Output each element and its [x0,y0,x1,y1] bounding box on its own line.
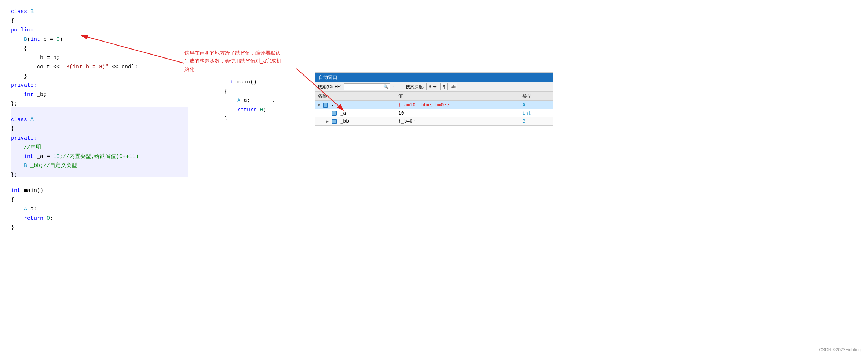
code-line: B _bb;//自定义类型 [11,161,139,171]
code-line: _b = b; [11,53,139,63]
row-value: {_b=0} [395,117,519,125]
code-line: { [224,87,275,96]
annotation-text: 这里在声明的地方给了缺省值，编译器默认 生成的构造函数，会使用缺省值对_a完成初… [184,49,296,73]
code-line: return 0; [11,214,139,223]
debug-title: 自动窗口 [315,73,553,82]
table-row[interactable]: ▶ _bb {_b=0} B [315,117,553,125]
object-icon [332,119,337,124]
code-line: } [11,223,139,232]
code-line: return 0; [224,106,275,115]
debug-table: 名称 值 类型 ▼ a {_a=10 _bb={_b=0}} A ▶ [315,92,553,125]
row-name: ▶ _a [315,109,395,117]
row-type: int [519,109,553,117]
code-area: class B { public: B(int b = 0) { _b = b;… [0,0,150,246]
csdn-footer: CSDN ©2023Fighting [819,347,861,352]
code-line: } [224,115,275,124]
code-line: //声明 [11,143,139,152]
format-icon-1[interactable]: ¶ [440,83,448,90]
object-icon [323,103,328,108]
search-input[interactable] [346,84,382,89]
debug-toolbar: 搜索(Ctrl+E) 🔍 ← → 搜索深度: 3 1 2 4 5 ¶ ab [315,82,553,92]
code-line: cout << "B(int b = 0)" << endl; [11,63,139,72]
code-line: class A [11,115,139,125]
middle-code-block: int main() { A a; . return 0; } [224,78,275,124]
search-icon: 🔍 [383,84,389,89]
code-block-a: class A { private: //声明 int _a = 10;//内置… [11,115,139,180]
nav-forward[interactable]: → [399,84,403,89]
nav-back[interactable]: ← [393,84,397,89]
row-name: ▶ _bb [315,117,395,125]
table-row[interactable]: ▼ a {_a=10 _bb={_b=0}} A [315,101,553,109]
code-line: { [11,124,139,134]
row-value: {_a=10 _bb={_b=0}} [395,101,519,109]
code-line: private: [11,81,139,90]
col-type: 类型 [519,92,553,101]
row-value: 10 [395,109,519,117]
code-line: B(int b = 0) [11,35,139,44]
var-name: _a [341,110,346,116]
code-block-b: class B { public: B(int b = 0) { _b = b;… [11,7,139,109]
tree-expand-icon[interactable]: ▶ [326,119,329,123]
var-name: a [332,102,335,107]
code-line: class B [11,7,139,17]
col-name: 名称 [315,92,395,101]
code-line: A a; [11,205,139,214]
code-line: int main() [224,78,275,87]
col-value: 值 [395,92,519,101]
code-line: }; [11,99,139,109]
code-line: int _b; [11,90,139,100]
code-line: int main() [11,186,139,196]
debug-window: 自动窗口 搜索(Ctrl+E) 🔍 ← → 搜索深度: 3 1 2 4 5 ¶ … [315,72,553,126]
code-line: { [11,44,139,53]
tree-expand-icon[interactable]: ▼ [318,103,320,107]
code-line: } [11,72,139,81]
search-box[interactable]: 🔍 [344,83,390,90]
search-label: 搜索(Ctrl+E) [318,84,342,90]
code-line: private: [11,134,139,143]
row-type: A [519,101,553,109]
code-line: A a; . [224,96,275,106]
code-line: }; [11,171,139,180]
code-line: int _a = 10;//内置类型,给缺省值(C++11) [11,152,139,162]
table-row[interactable]: ▶ _a 10 int [315,109,553,117]
row-type: B [519,117,553,125]
object-icon [332,111,337,116]
code-line: { [11,17,139,26]
table-header: 名称 值 类型 [315,92,553,101]
search-depth-label: 搜索深度: [406,84,424,90]
code-line: { [11,196,139,205]
code-line: public: [11,26,139,35]
var-name: _bb [341,118,349,124]
row-name: ▼ a [315,101,395,109]
depth-select[interactable]: 3 1 2 4 5 [426,83,438,90]
format-icon-2[interactable]: ab [450,83,457,90]
code-block-main: int main() { A a; return 0; } [11,186,139,232]
